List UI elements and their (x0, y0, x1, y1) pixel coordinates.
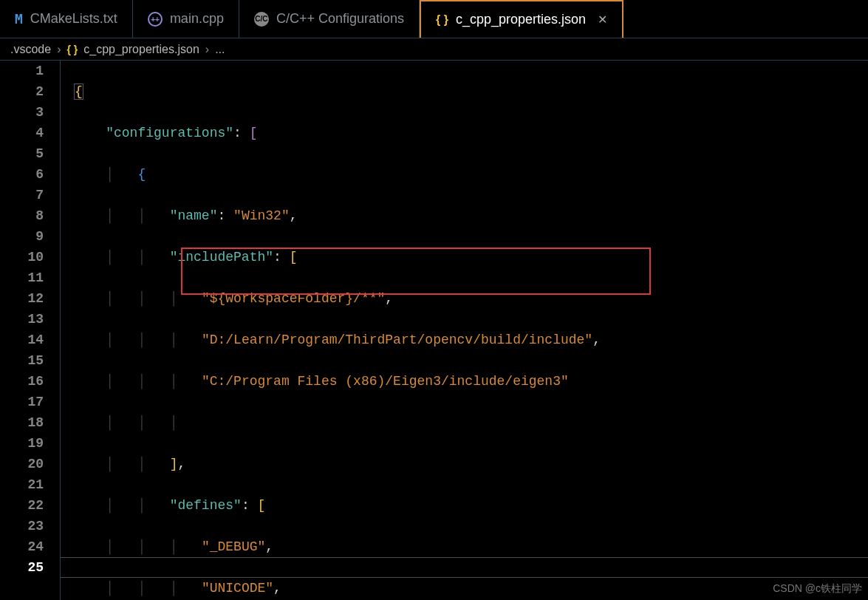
breadcrumb-folder: .vscode (10, 43, 51, 56)
breadcrumb-file: c_cpp_properties.json (83, 43, 199, 56)
tab-label: main.cpp (170, 11, 224, 27)
tab-bar: M CMakeLists.txt ++ main.cpp C/C C/C++ C… (0, 0, 868, 38)
tab-c-cpp-properties[interactable]: { } c_cpp_properties.json ✕ (420, 0, 623, 38)
watermark: CSDN @c铁柱同学 (773, 582, 862, 596)
code-editor[interactable]: 1 2 3 4 5 6 7 8 9 10 11 12 13 14 15 16 1… (0, 61, 868, 600)
json-file-icon: { } (436, 13, 448, 27)
line-number-gutter: 1 2 3 4 5 6 7 8 9 10 11 12 13 14 15 16 1… (0, 61, 61, 600)
svg-text:++: ++ (151, 16, 160, 24)
close-icon[interactable]: ✕ (598, 13, 607, 27)
tab-label: C/C++ Configurations (276, 11, 404, 27)
cpp-file-icon: ++ (148, 12, 163, 27)
tab-cpp-config[interactable]: C/C C/C++ Configurations (239, 0, 420, 38)
config-icon: C/C (254, 12, 269, 27)
cmake-file-icon: M (15, 11, 23, 27)
tab-cmakelists[interactable]: M CMakeLists.txt (0, 0, 133, 38)
breadcrumb[interactable]: .vscode › { } c_cpp_properties.json › ..… (0, 38, 868, 61)
code-content[interactable]: { "configurations": [ │ { │ │ "name": "W… (61, 61, 868, 600)
tab-label: CMakeLists.txt (30, 11, 117, 27)
chevron-right-icon: › (57, 43, 61, 56)
json-file-icon: { } (66, 44, 78, 55)
tab-label: c_cpp_properties.json (456, 12, 586, 27)
breadcrumb-tail: ... (215, 43, 225, 56)
tab-main-cpp[interactable]: ++ main.cpp (133, 0, 239, 38)
chevron-right-icon: › (205, 43, 209, 56)
